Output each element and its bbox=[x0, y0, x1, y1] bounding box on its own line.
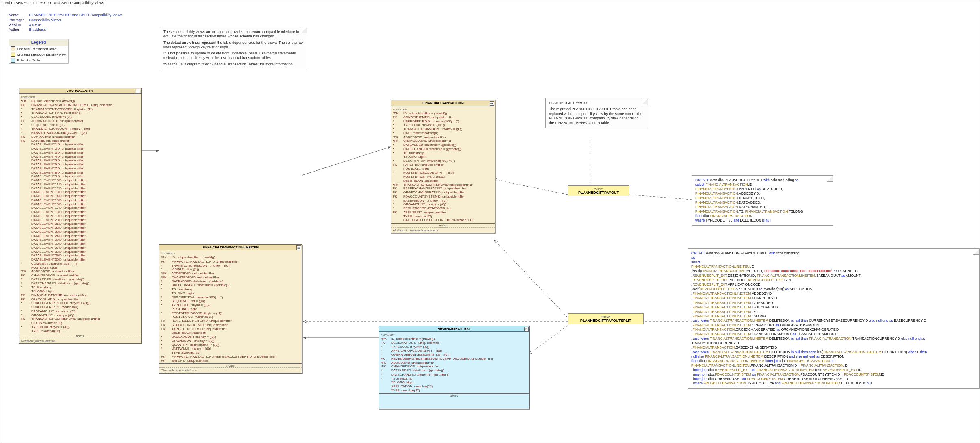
column-row: DATAELEMENT23ID :uniqueidentifier bbox=[21, 230, 139, 234]
entity-financialtransactionlineitem[interactable]: FINANCIALTRANSACTIONLINEITEM▭ «column» *… bbox=[159, 244, 302, 374]
entity-rows: *pfKID :uniqueidentifier = (newid()) FKD… bbox=[381, 337, 528, 393]
diagram-tab: erd PLANNED GIFT PAYOUT and SPLIT Compat… bbox=[2, 0, 107, 6]
column-row: DATAELEMENT21ID :uniqueidentifier bbox=[21, 222, 139, 226]
column-row: TYPE :nvarchar(27) bbox=[393, 215, 493, 219]
column-row: DATAELEMENT11ID :uniqueidentifier bbox=[21, 182, 139, 187]
collapse-icon[interactable]: ▭ bbox=[136, 89, 140, 93]
collapse-icon[interactable]: ▭ bbox=[490, 101, 494, 106]
column-row: DATAELEMENT10ID :uniqueidentifier bbox=[21, 178, 139, 182]
column-row: SUBLEDGERTYPE :nvarchar(6) bbox=[21, 305, 139, 309]
collapse-icon[interactable]: ▭ bbox=[524, 327, 529, 331]
column-row: *DESCRIPTION :nvarchar(700) = ('') bbox=[393, 159, 493, 163]
column-row: *BASEAMOUNT :money = ((0)) bbox=[161, 335, 300, 339]
column-row: FKGLACCOUNTID :uniqueidentifier bbox=[21, 298, 139, 302]
column-row: *DATEADDED :datetime = (getdate()) bbox=[381, 369, 528, 373]
column-row: *TRANSACTIONAMOUNT :money = ((0)) bbox=[21, 127, 139, 131]
column-row: *FKCHANGEDBYID :uniqueidentifier bbox=[381, 365, 528, 369]
column-row: DATAELEMENT9ID :uniqueidentifier bbox=[21, 174, 139, 178]
column-row: TSLONG :bigint bbox=[21, 289, 139, 293]
column-row: FKBATCHID :uniqueidentifier bbox=[21, 139, 139, 143]
column-row: *PKID :uniqueidentifier = (newid()) bbox=[21, 99, 139, 103]
view-plannedgiftpayoutsplit[interactable]: «view» PLANNEDGIFTPAYOUTSPLIT bbox=[568, 313, 644, 324]
legend-swatch-ft bbox=[11, 46, 15, 51]
collapse-icon[interactable]: ▭ bbox=[296, 245, 301, 250]
column-row: FKREVENUESPLITBUSINESSUNITOVERRIDECODEID… bbox=[381, 357, 528, 361]
column-row: *VISIBLE :bit = ((1)) bbox=[161, 267, 300, 271]
column-row: TYPE :nvarchar(27) bbox=[381, 389, 528, 393]
column-row: FKFINANCIALBATCHID :uniqueidentifier bbox=[21, 293, 139, 298]
column-row: *TRANSACTIONTYPECODE :tinyint = ((1)) bbox=[21, 107, 139, 111]
entity-journalentry[interactable]: JOURNALENTRY▭ «column» *PKID :uniqueiden… bbox=[19, 88, 142, 344]
column-row: DATAELEMENT6ID :uniqueidentifier bbox=[21, 163, 139, 167]
column-row: *DATEADDED :datetime = (getdate()) bbox=[393, 143, 493, 147]
column-row: *TYPECODE :tinyint = ((0)) bbox=[161, 303, 300, 307]
column-row: *TS :timestamp bbox=[21, 285, 139, 289]
column-row: DATAELEMENT30ID :uniqueidentifier bbox=[21, 258, 139, 262]
column-row: TSLONG :bigint bbox=[161, 291, 300, 295]
column-row: *DATECHANGED :datetime = (getdate()) bbox=[21, 282, 139, 286]
column-row: *FKADDEDBYID :uniqueidentifier bbox=[393, 135, 493, 139]
column-row: FKREVERSEDLINEITEMID :uniqueidentifier bbox=[161, 319, 300, 323]
column-row: DATAELEMENT26ID :uniqueidentifier bbox=[21, 242, 139, 246]
sql-plannedgiftpayoutsplit: CREATE view dbo.PLANNEDGIFTPAYOUTSPLIT w… bbox=[688, 248, 980, 389]
entity-rows: *PKID :uniqueidentifier = (newid()) FKFI… bbox=[21, 99, 139, 333]
column-row: TSLONG :bigint bbox=[381, 380, 528, 384]
column-row: *APPLICATIONCODE :tinyint = ((0)) bbox=[381, 349, 528, 353]
column-row: POSTSTATUS :nvarchar(11) bbox=[161, 315, 300, 319]
column-row: FKFINANCIALTRANSACTIONID :uniqueidentifi… bbox=[161, 260, 300, 264]
column-row: FKTRANSACTIONCURRENCYID :uniqueidentifie… bbox=[21, 317, 139, 321]
column-row: *POSTSTATUSCODE :tinyint = ((1)) bbox=[161, 311, 300, 315]
column-row: *ORGAMOUNT :money = ((0)) bbox=[161, 339, 300, 343]
column-row: *UNITVALUE :money = ((0)) bbox=[161, 347, 300, 351]
svg-line-5 bbox=[629, 195, 692, 200]
column-row: DATAELEMENT25ID :uniqueidentifier bbox=[21, 238, 139, 242]
column-row: FKBASEEXCHANGERATEID :uniqueidentifier bbox=[393, 187, 493, 191]
column-row: FKTARGETLINEITEMID :uniqueidentifier bbox=[161, 327, 300, 331]
column-row: TYPE :nvarchar(32) bbox=[21, 329, 139, 333]
svg-line-8 bbox=[529, 326, 568, 354]
entity-financialtransaction[interactable]: FINANCIALTRANSACTION▭ «column» *PKID :un… bbox=[391, 100, 495, 233]
column-row: DATAELEMENT12ID :uniqueidentifier bbox=[21, 187, 139, 191]
sql-plannedgiftpayout: CREATE view dbo.PLANNEDGIFTPAYOUT with s… bbox=[692, 175, 833, 226]
column-row: *CLASSCODE :tinyint = ((0)) bbox=[21, 115, 139, 119]
column-row: FKFINANCIALTRANSACTIONLINEITEMADJUSTMENT… bbox=[161, 355, 300, 359]
note-overview: These compatibility views are created to… bbox=[160, 27, 307, 69]
column-row: DATAELEMENT3ID :uniqueidentifier bbox=[21, 151, 139, 155]
column-row: FKSUMMARYID :uniqueidentifier bbox=[21, 135, 139, 139]
svg-line-3 bbox=[494, 179, 568, 195]
column-row: DELETEDON :datetime bbox=[161, 331, 300, 335]
column-row: DATAELEMENT29ID :uniqueidentifier bbox=[21, 254, 139, 258]
column-row: *SEQUENCE :int = ((0)) bbox=[21, 123, 139, 127]
column-row: FKFINANCIALTRANSACTIONLINEITEMID :unique… bbox=[21, 103, 139, 107]
legend-swatch-mv bbox=[11, 52, 15, 57]
column-row: CLASS :nvarchar(33) bbox=[21, 321, 139, 325]
column-row: FKJOURNALCODEID :uniqueidentifier bbox=[21, 119, 139, 123]
view-plannedgiftpayout[interactable]: «view» PLANNEDGIFTPAYOUT bbox=[568, 185, 629, 196]
column-row: *FKADDEDBYID :uniqueidentifier bbox=[381, 361, 528, 365]
column-row: *QUANTITY :decimal(20,4) = ((0)) bbox=[161, 343, 300, 347]
column-row: TSLONG :bigint bbox=[393, 155, 493, 159]
svg-line-6 bbox=[494, 240, 568, 317]
column-row: *SUBLEDGERTYPECODE :tinyint = ((1)) bbox=[21, 301, 139, 305]
column-row: DATAELEMENT16ID :uniqueidentifier bbox=[21, 202, 139, 206]
column-row: DATAELEMENT17ID :uniqueidentifier bbox=[21, 206, 139, 210]
column-row: FKBATCHID :uniqueidentifier bbox=[161, 359, 300, 363]
entity-revenuesplit-ext[interactable]: REVENUESPLIT_EXT▭ «column» *pfKID :uniqu… bbox=[379, 326, 530, 409]
column-row: *TRANSACTIONTYPE :nvarchar(6) bbox=[21, 111, 139, 115]
column-row: DATAELEMENT27ID :uniqueidentifier bbox=[21, 246, 139, 250]
column-row: *ORGAMOUNT :money = ((0)) bbox=[21, 313, 139, 317]
column-row: *DATECHANGED :datetime = (getdate()) bbox=[381, 373, 528, 377]
column-row: FKCHANGEDBYID :uniqueidentifier bbox=[21, 274, 139, 278]
legend-box: Legend Financial Transaction Table Migra… bbox=[9, 39, 68, 63]
column-row: DATAELEMENT15ID :uniqueidentifier bbox=[21, 198, 139, 202]
column-row: FKSOURCELINEITEMID :uniqueidentifier bbox=[161, 323, 300, 327]
column-row: *TRANSACTIONAMOUNT :money = ((0)) bbox=[393, 127, 493, 131]
column-row: *FKCHANGEDBYID :uniqueidentifier bbox=[161, 276, 300, 280]
column-row: *BASEAMOUNT :money = ((0)) bbox=[393, 199, 493, 203]
legend-swatch-ext bbox=[11, 58, 15, 63]
column-row: DATAELEMENT8ID :uniqueidentifier bbox=[21, 171, 139, 175]
column-row: APPLICATION :nvarchar(27) bbox=[381, 384, 528, 389]
column-row: DELETEDON :datetime bbox=[393, 179, 493, 183]
column-row: CALCULATEDUSERDEFINEDID :nvarchar(100) bbox=[393, 218, 493, 222]
column-row: *SEQUENCE :int = ((0)) bbox=[161, 299, 300, 303]
